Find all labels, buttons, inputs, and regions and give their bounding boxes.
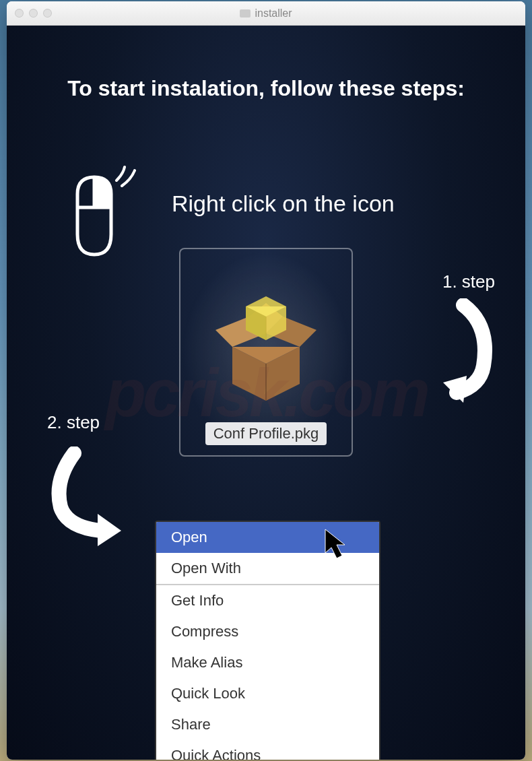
menu-item-label: Compress xyxy=(171,623,238,640)
context-menu: Open Open With Get Info Compress Make Al… xyxy=(155,521,380,760)
menu-item-label: Open xyxy=(171,529,207,545)
window-title: installer xyxy=(255,7,292,20)
package-filename: Conf Profile.pkg xyxy=(205,422,327,445)
minimize-button[interactable] xyxy=(29,9,38,18)
traffic-lights xyxy=(15,9,52,18)
menu-item-label: Open With xyxy=(171,560,241,576)
installer-window: installer pcrisk.com To start instalatio… xyxy=(7,1,525,760)
menu-item-label: Quick Actions xyxy=(171,747,261,760)
menu-item-open[interactable]: Open xyxy=(156,522,379,553)
step-1-label: 1. step xyxy=(442,271,495,292)
disk-icon xyxy=(240,9,251,18)
menu-item-make-alias[interactable]: Make Alias xyxy=(156,647,379,678)
main-heading: To start instalation, follow these steps… xyxy=(34,76,498,101)
arrow-curve-icon xyxy=(47,446,141,550)
window-content: pcrisk.com To start instalation, follow … xyxy=(7,26,525,760)
menu-item-label: Quick Look xyxy=(171,685,245,702)
window-titlebar[interactable]: installer xyxy=(7,1,525,26)
menu-item-label: Make Alias xyxy=(171,654,242,671)
package-file[interactable]: Conf Profile.pkg xyxy=(179,248,353,457)
package-icon xyxy=(191,266,341,410)
menu-item-label: Share xyxy=(171,716,211,733)
menu-item-get-info[interactable]: Get Info xyxy=(156,585,379,616)
mouse-icon xyxy=(57,160,145,271)
menu-item-quick-look[interactable]: Quick Look xyxy=(156,678,379,709)
window-title-content: installer xyxy=(240,7,292,20)
instruction-text: Right click on the icon xyxy=(172,191,395,217)
maximize-button[interactable] xyxy=(43,9,52,18)
step-2-label: 2. step xyxy=(47,412,100,433)
menu-item-quick-actions[interactable]: Quick Actions xyxy=(156,740,379,760)
menu-item-compress[interactable]: Compress xyxy=(156,616,379,647)
menu-item-share[interactable]: Share xyxy=(156,709,379,740)
arrow-down-icon xyxy=(416,298,497,409)
menu-item-open-with[interactable]: Open With xyxy=(156,553,379,584)
close-button[interactable] xyxy=(15,9,24,18)
menu-item-label: Get Info xyxy=(171,592,224,609)
